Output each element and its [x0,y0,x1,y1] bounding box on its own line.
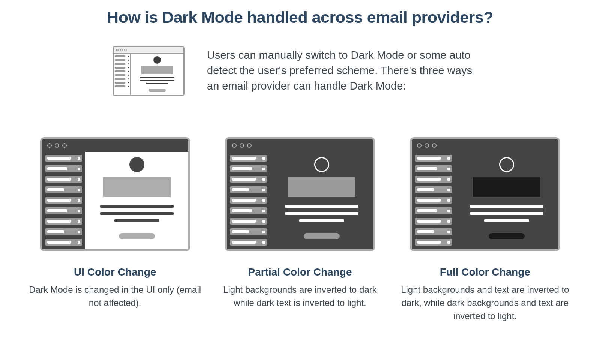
text-line-icon [146,83,168,84]
traffic-light-icon [240,143,244,148]
text-line-icon [285,205,358,208]
intro-illustration [112,46,184,96]
traffic-light-icon [120,49,123,51]
avatar-icon [499,157,514,172]
email-sidebar [42,152,86,249]
traffic-light-icon [124,49,127,51]
avatar-icon [129,157,144,172]
text-line-icon [140,80,174,81]
browser-icon [410,137,560,251]
traffic-light-icon [424,143,429,148]
browser-icon [40,137,190,251]
text-line-icon [484,219,529,222]
traffic-light-icon [62,143,67,148]
mini-sidebar [114,54,131,95]
column-full-color-change: Full Color Change Light backgrounds and … [396,137,574,322]
text-line-icon [285,212,358,215]
text-line-icon [140,77,174,78]
browser-icon [225,137,375,251]
mini-email-pane [131,54,183,95]
text-line-icon [100,205,174,208]
column-title: Full Color Change [396,266,574,278]
intro-text: Users can manually switch to Dark Mode o… [207,48,477,94]
traffic-light-icon [47,143,52,148]
email-pane-dark [270,152,373,249]
text-line-icon [470,212,543,215]
titlebar [412,139,558,152]
mini-titlebar [114,47,183,54]
titlebar [227,139,373,152]
titlebar [42,139,188,152]
email-sidebar [412,152,455,249]
column-desc: Dark Mode is changed in the UI only (ema… [29,283,201,310]
page-title: How is Dark Mode handled across email pr… [26,8,574,27]
text-line-icon [100,212,174,215]
column-title: Partial Color Change [211,266,388,278]
email-sidebar [227,152,270,249]
traffic-light-icon [232,143,237,148]
avatar-icon [314,157,329,172]
button-pill-icon [148,89,166,92]
mini-browser-icon [112,46,184,96]
hero-block-icon [288,177,356,197]
intro-row: Users can manually switch to Dark Mode o… [112,46,574,96]
text-line-icon [114,219,159,222]
examples-row: UI Color Change Dark Mode is changed in … [26,137,574,322]
traffic-light-icon [432,143,436,148]
hero-block-icon [473,177,540,197]
column-desc: Light backgrounds and text are inverted … [399,283,571,322]
traffic-light-icon [417,143,422,148]
text-line-icon [470,205,543,208]
traffic-light-icon [247,143,252,148]
avatar-icon [153,56,161,64]
column-partial-color-change: Partial Color Change Light backgrounds a… [211,137,388,322]
column-ui-color-change: UI Color Change Dark Mode is changed in … [26,137,204,322]
button-pill-icon [119,233,155,239]
button-pill-icon [489,233,525,239]
button-pill-icon [304,233,340,239]
column-title: UI Color Change [26,266,204,278]
traffic-light-icon [55,143,59,148]
email-pane-light [86,152,188,249]
email-pane-dark [455,152,558,249]
hero-block-icon [103,177,171,197]
traffic-light-icon [116,49,118,51]
hero-block-icon [141,66,173,74]
column-desc: Light backgrounds are inverted to dark w… [214,283,386,310]
text-line-icon [299,219,344,222]
